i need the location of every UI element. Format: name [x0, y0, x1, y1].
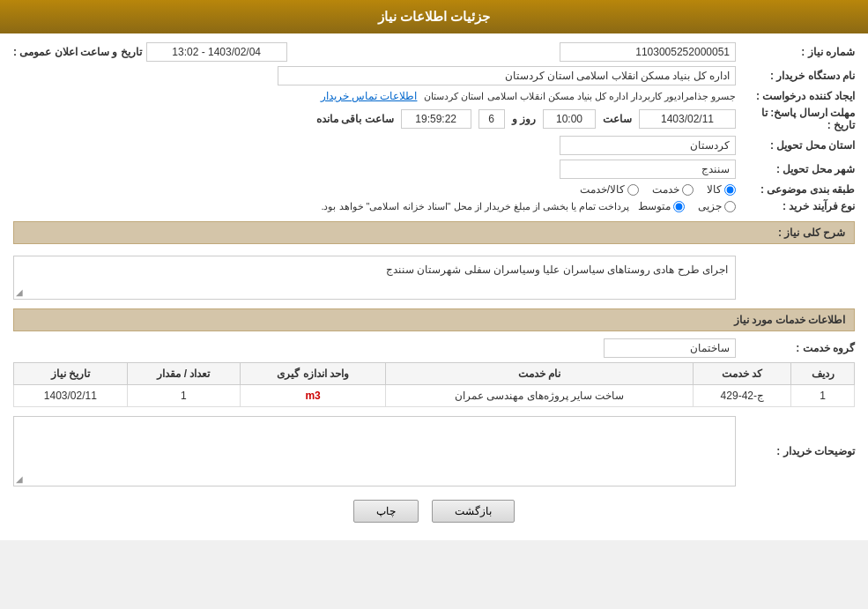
buyer-notes-label: توضیحات خریدار :	[736, 445, 855, 457]
col-unit: واحد اندازه گیری	[241, 363, 386, 385]
page-title: جزئیات اطلاعات نیاز	[378, 9, 490, 24]
buyer-org-label: نام دستگاه خریدار :	[736, 70, 855, 82]
city-value: سنندج	[13, 160, 736, 179]
purchase-note: پرداخت تمام یا بخشی از مبلغ خریدار از مح…	[321, 201, 629, 212]
category-radio-group: کالا خدمت کالا/خدمت	[13, 183, 736, 196]
general-desc-section-label: شرح کلی نیاز :	[778, 227, 845, 239]
category-value: کالا خدمت کالا/خدمت	[13, 183, 736, 196]
main-content: شماره نیاز : 1103005252000051 1403/02/04…	[0, 33, 868, 540]
category-label-both: کالا/خدمت	[580, 183, 625, 196]
announcement-value-box: 1403/02/04 - 13:02	[146, 42, 287, 62]
buyer-org-box: اداره کل بنیاد مسکن انقلاب اسلامی استان …	[278, 66, 736, 85]
response-date-box: 1403/02/11	[639, 109, 736, 129]
col-date: تاریخ نیاز	[14, 363, 128, 385]
city-label: شهر محل تحویل :	[736, 163, 855, 175]
category-option-khadamat: خدمت	[652, 183, 694, 196]
city-box: سنندج	[560, 160, 736, 179]
purchase-label-medium: متوسط	[638, 200, 671, 212]
purchase-type-value: جزیی متوسط پرداخت تمام یا بخشی از مبلغ خ…	[13, 200, 736, 212]
table-row: 1 ج-42-429 ساخت سایر پروژه‌های مهندسی عم…	[14, 385, 855, 407]
back-button[interactable]: بازگشت	[432, 500, 515, 523]
need-number-box: 1103005252000051	[560, 42, 736, 62]
buyer-notes-box: ◢	[13, 416, 736, 486]
col-quantity: تعداد / مقدار	[127, 363, 241, 385]
cell-unit: m3	[241, 385, 386, 407]
services-table-body: 1 ج-42-429 ساخت سایر پروژه‌های مهندسی عم…	[14, 385, 855, 407]
purchase-option-medium: متوسط	[638, 200, 685, 212]
requester-value: جسرو جذامرادیور کاربردار اداره کل بنیاد …	[13, 90, 736, 102]
col-service-name: نام خدمت	[385, 363, 693, 385]
service-group-label: گروه خدمت :	[736, 342, 855, 354]
category-label-kala: کالا	[707, 183, 722, 196]
response-countdown-box: 19:59:22	[401, 109, 471, 129]
buyer-org-value: اداره کل بنیاد مسکن انقلاب اسلامی استان …	[13, 66, 736, 85]
general-desc-value: اجرای طرح هادی روستاهای سیاسران علیا وسی…	[13, 256, 736, 300]
cell-service-name: ساخت سایر پروژه‌های مهندسی عمران	[385, 385, 693, 407]
buyer-notes-row: توضیحات خریدار : ◢	[13, 416, 855, 486]
province-box: کردستان	[560, 136, 736, 155]
contact-link[interactable]: اطلاعات تماس خریدار	[321, 90, 418, 102]
province-row: استان محل تحویل : کردستان	[13, 136, 855, 155]
cell-service-code: ج-42-429	[694, 385, 791, 407]
response-time-label: ساعت	[603, 113, 632, 125]
category-option-both: کالا/خدمت	[580, 183, 639, 196]
response-day-label: روز و	[512, 113, 536, 125]
services-table: ردیف کد خدمت نام خدمت واحد اندازه گیری ت…	[13, 362, 855, 407]
response-days-box: 6	[479, 109, 505, 129]
response-countdown-label: ساعت باقی مانده	[316, 113, 394, 125]
service-info-section: اطلاعات خدمات مورد نیاز گروه خدمت : ساخت…	[13, 308, 855, 407]
page-header: جزئیات اطلاعات نیاز	[0, 0, 868, 33]
print-button[interactable]: چاپ	[353, 500, 419, 523]
page-wrapper: جزئیات اطلاعات نیاز شماره نیاز : 1103005…	[0, 0, 868, 540]
category-label: طبقه بندی موضوعی :	[736, 183, 855, 196]
purchase-option-partial: جزیی	[698, 200, 736, 212]
response-time-box: 10:00	[543, 109, 596, 129]
table-header-row: ردیف کد خدمت نام خدمت واحد اندازه گیری ت…	[14, 363, 855, 385]
service-section-title: اطلاعات خدمات مورد نیاز	[13, 308, 855, 331]
general-desc-section-title: شرح کلی نیاز :	[13, 221, 855, 251]
general-desc-section-bar: شرح کلی نیاز :	[13, 221, 855, 244]
requester-row: ایجاد کننده درخواست : جسرو جذامرادیور کا…	[13, 90, 855, 102]
purchase-radio-partial[interactable]	[724, 201, 736, 212]
general-desc-text: اجرای طرح هادی روستاهای سیاسران علیا وسی…	[386, 264, 728, 276]
category-option-kala: کالا	[707, 183, 736, 196]
purchase-radio-medium[interactable]	[673, 201, 685, 212]
purchase-label-partial: جزیی	[698, 200, 722, 212]
category-radio-both[interactable]	[627, 184, 639, 196]
col-row-number: ردیف	[791, 363, 855, 385]
service-section-title-text: اطلاعات خدمات مورد نیاز	[734, 314, 845, 326]
requester-label: ایجاد کننده درخواست :	[736, 90, 855, 102]
cell-date: 1403/02/11	[14, 385, 128, 407]
requester-text: جسرو جذامرادیور کاربردار اداره کل بنیاد …	[424, 91, 736, 102]
category-row: طبقه بندی موضوعی : کالا خدمت	[13, 183, 855, 196]
category-radio-kala[interactable]	[724, 184, 736, 196]
city-row: شهر محل تحویل : سنندج	[13, 160, 855, 179]
resize-handle-icon-2: ◢	[16, 474, 23, 484]
service-group-box: ساختمان	[604, 338, 736, 358]
resize-handle-icon: ◢	[16, 287, 23, 297]
purchase-type-radio-group: جزیی متوسط	[638, 200, 736, 212]
service-group-row: گروه خدمت : ساختمان	[13, 338, 855, 358]
category-radio-khadamat[interactable]	[682, 184, 694, 196]
general-desc-box: اجرای طرح هادی روستاهای سیاسران علیا وسی…	[13, 256, 736, 300]
buyer-org-row: نام دستگاه خریدار : اداره کل بنیاد مسکن …	[13, 66, 855, 85]
need-info-section: شماره نیاز : 1103005252000051 1403/02/04…	[13, 42, 855, 300]
response-deadline-value: 1403/02/11 ساعت 10:00 روز و 6 19:59:22 س…	[13, 109, 736, 129]
cell-row-number: 1	[791, 385, 855, 407]
cell-quantity: 1	[127, 385, 241, 407]
service-group-value: ساختمان	[13, 338, 736, 358]
general-desc-row: اجرای طرح هادی روستاهای سیاسران علیا وسی…	[13, 256, 855, 300]
col-service-code: کد خدمت	[694, 363, 791, 385]
province-label: استان محل تحویل :	[736, 139, 855, 152]
button-row: بازگشت چاپ	[13, 491, 855, 531]
category-label-khadamat: خدمت	[652, 183, 679, 196]
province-value: کردستان	[13, 136, 736, 155]
need-number-row: شماره نیاز : 1103005252000051 1403/02/04…	[13, 42, 855, 62]
need-number-label: شماره نیاز :	[736, 46, 855, 58]
announcement-datetime-label: تاریخ و ساعت اعلان عمومی :	[13, 46, 142, 58]
response-deadline-row: مهلت ارسال پاسخ: تا تاریخ : 1403/02/11 س…	[13, 107, 855, 131]
purchase-type-row: نوع فرآیند خرید : جزیی متوسط پرداخت تمام…	[13, 200, 855, 212]
response-deadline-label: مهلت ارسال پاسخ: تا تاریخ :	[736, 107, 855, 131]
need-number-value: 1103005252000051	[305, 42, 736, 62]
purchase-type-label: نوع فرآیند خرید :	[736, 200, 855, 212]
